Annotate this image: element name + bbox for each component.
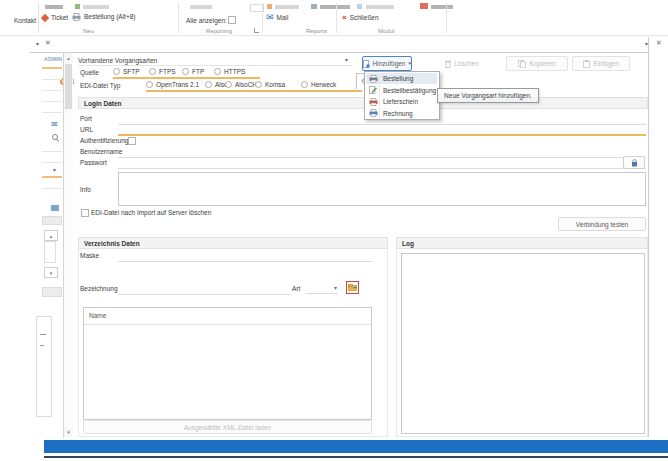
radio-alsoch[interactable]: AlsoCH <box>225 81 257 88</box>
side-field[interactable] <box>42 162 62 163</box>
side-field[interactable] <box>42 112 62 113</box>
delete-after-import-checkbox[interactable] <box>81 209 89 217</box>
splitter-handle[interactable] <box>42 287 62 297</box>
scrollbar-down-arrow[interactable]: ▾ <box>64 427 73 436</box>
kontakt-button[interactable]: Kontakt <box>14 17 36 24</box>
radio-sftp[interactable]: SFTP <box>113 68 140 75</box>
edi-settings-panel: Vorhandene Vorgangsarten ▾ Hinzufügen ▾ … <box>74 53 649 438</box>
dialog-launcher-icon[interactable] <box>254 28 259 33</box>
side-list-fragment[interactable] <box>36 316 52 417</box>
alle-anzeigen-checkbox[interactable] <box>228 16 236 24</box>
hinzufuegen-button[interactable]: Hinzufügen ▾ <box>362 56 412 71</box>
close-module-icon: × <box>342 14 347 22</box>
info-textarea[interactable] <box>118 172 646 206</box>
attachment-icon <box>51 205 59 211</box>
mail-icon: ✉ <box>266 13 274 22</box>
ribbon-row1-fragment <box>366 5 394 9</box>
ticket-button[interactable]: Ticket <box>42 14 68 21</box>
side-field[interactable] <box>42 90 62 91</box>
side-field[interactable] <box>42 176 62 178</box>
radio-icon <box>113 68 120 75</box>
folder-plus-icon <box>348 284 357 291</box>
radio-icon <box>301 81 308 88</box>
chevron-down-icon[interactable]: ▾ <box>53 167 56 173</box>
tab-scroll-caret-left[interactable]: ▾ <box>36 41 39 47</box>
mail-button[interactable]: ✉ Mail <box>266 13 288 22</box>
art-dropdown-caret[interactable]: ▾ <box>334 285 337 291</box>
radio-icon <box>182 68 189 75</box>
vorgangsarten-underline <box>78 65 352 66</box>
passwort-label: Passwort <box>80 159 107 166</box>
menu-item-lieferschein[interactable]: Lieferschein <box>366 96 437 107</box>
ribbon-group-modul: Modul <box>378 28 394 34</box>
radio-ftps[interactable]: FTPS <box>149 68 176 75</box>
splitter-handle[interactable] <box>42 216 62 225</box>
verzeichnis-panel-border <box>387 249 388 436</box>
bestellung-button[interactable]: Bestellung (Alt+8) <box>72 13 136 21</box>
menu-item-bestellbestaetigung[interactable]: Bestellbestätigung <box>366 85 437 96</box>
name-column-header[interactable]: Name <box>89 312 106 319</box>
radio-icon <box>146 81 153 88</box>
search-icon[interactable] <box>52 134 58 140</box>
url-input[interactable] <box>118 125 646 136</box>
add-directory-button[interactable] <box>346 281 359 294</box>
maske-input[interactable] <box>118 252 373 262</box>
lock-icon <box>631 159 638 167</box>
side-list-fragment[interactable] <box>44 241 56 263</box>
xml-file-list[interactable]: Name <box>83 307 372 420</box>
side-field[interactable] <box>42 188 62 189</box>
vorgangsarten-combobox[interactable]: Vorhandene Vorgangsarten <box>78 57 157 64</box>
side-field[interactable] <box>42 101 62 102</box>
authentifizierung-checkbox[interactable] <box>128 137 136 145</box>
vorgangsarten-dropdown-caret[interactable]: ▾ <box>345 57 348 63</box>
passwort-reveal-button[interactable] <box>623 156 645 169</box>
kopieren-button[interactable]: Kopieren <box>506 56 568 71</box>
maske-label: Maske <box>80 252 99 259</box>
spinner-up-button[interactable]: ▴ <box>44 230 58 241</box>
log-textarea[interactable] <box>401 253 645 434</box>
radio-ftp[interactable]: FTP <box>182 68 204 75</box>
scrollbar-thumb[interactable] <box>65 64 72 109</box>
printer-invoice-icon <box>369 109 378 117</box>
ribbon-group-reporting: Reporting <box>206 28 232 34</box>
einfuegen-button[interactable]: Einfügen <box>572 56 630 71</box>
side-field[interactable] <box>42 151 62 152</box>
spinner-down-button[interactable]: ▾ <box>44 267 58 278</box>
url-label: URL <box>80 126 93 133</box>
quelle-label: Quelle <box>80 69 99 76</box>
ribbon-group-separator <box>446 3 447 33</box>
loeschen-button[interactable]: Löschen <box>437 56 487 71</box>
mail-small-icon[interactable]: ✉ <box>51 121 58 129</box>
radio-herweck[interactable]: Herweck <box>301 81 336 88</box>
passwort-input[interactable] <box>118 159 646 169</box>
bezeichnung-input[interactable] <box>118 285 290 295</box>
menu-item-bestellung[interactable]: Bestellung <box>366 73 437 84</box>
vertical-scrollbar[interactable]: ▴ ▾ <box>64 53 73 437</box>
ribbon-row1-fragment <box>75 4 80 9</box>
verzeichnis-daten-header: Verzeichnis Daten <box>78 237 388 249</box>
quelle-accent-underline <box>113 77 260 79</box>
tab-close-right-icon[interactable]: ✕ <box>656 40 662 47</box>
verbindung-testen-button[interactable]: Verbindung testen <box>558 217 646 231</box>
radio-opentrans[interactable]: OpenTrans 2.1 <box>146 81 199 88</box>
ribbon-group-separator <box>178 3 179 33</box>
tab-bar: ▾ ✕ Überblick Belege ✉ Marketing Konditi… <box>0 36 668 53</box>
art-combobox[interactable]: ▾ <box>306 282 338 294</box>
side-field[interactable] <box>42 67 62 69</box>
radio-icon <box>255 81 262 88</box>
printer-order-icon <box>369 75 378 83</box>
document-pencil-icon <box>369 86 377 94</box>
list-header-border <box>84 324 371 325</box>
ribbon-row1-fragment <box>190 5 212 9</box>
scrollbar-up-arrow[interactable]: ▴ <box>64 53 73 62</box>
ribbon-row1-fragment <box>267 4 272 9</box>
tab-close-left-icon[interactable]: ✕ <box>45 40 51 47</box>
schliessen-button[interactable]: × Schließen <box>342 14 379 22</box>
benutzername-input[interactable] <box>118 148 646 158</box>
load-xml-button[interactable]: Ausgewählte XML-Datei laden <box>83 420 372 434</box>
radio-https[interactable]: HTTPS <box>214 68 245 75</box>
ribbon-row1-fragment <box>311 4 317 9</box>
radio-komsa[interactable]: Komsa <box>255 81 285 88</box>
menu-item-rechnung[interactable]: Rechnung <box>366 108 437 119</box>
side-field[interactable] <box>42 79 62 80</box>
